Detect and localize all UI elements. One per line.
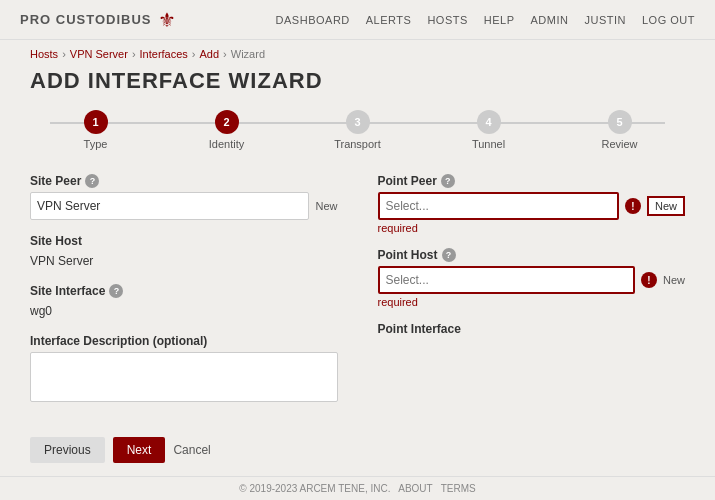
nav-help[interactable]: HELP — [484, 14, 515, 26]
form-left-col: Site Peer ? New Site Host VPN Server Sit… — [30, 174, 338, 419]
interface-description-input[interactable] — [30, 352, 338, 402]
step-circle-5: 5 — [608, 110, 632, 134]
wizard-step-transport: 3 Transport — [292, 110, 423, 150]
footer-about[interactable]: ABOUT — [398, 483, 432, 494]
header-nav: DASHBOARD ALERTS HOSTS HELP ADMIN JUSTIN… — [276, 14, 695, 26]
site-interface-help-icon[interactable]: ? — [109, 284, 123, 298]
footer-terms[interactable]: TERMS — [441, 483, 476, 494]
point-host-required: required — [378, 296, 686, 308]
point-peer-required: required — [378, 222, 686, 234]
point-peer-label: Point Peer ? — [378, 174, 686, 188]
point-host-new-button[interactable]: New — [663, 274, 685, 286]
breadcrumb: Hosts › VPN Server › Interfaces › Add › … — [0, 40, 715, 68]
site-peer-input-row: New — [30, 192, 338, 220]
header: PRO CUSTODIBUS ⚜ DASHBOARD ALERTS HOSTS … — [0, 0, 715, 40]
point-host-help-icon[interactable]: ? — [442, 248, 456, 262]
point-host-error-icon: ! — [641, 272, 657, 288]
point-host-label: Point Host ? — [378, 248, 686, 262]
breadcrumb-vpnserver[interactable]: VPN Server — [70, 48, 128, 60]
wizard-step-identity: 2 Identity — [161, 110, 292, 150]
logo-text: PRO CUSTODIBUS — [20, 12, 152, 27]
site-host-label: Site Host — [30, 234, 338, 248]
wizard-step-review: 5 Review — [554, 110, 685, 150]
point-peer-error-icon: ! — [625, 198, 641, 214]
logo-icon: ⚜ — [158, 8, 176, 32]
logo: PRO CUSTODIBUS ⚜ — [20, 8, 176, 32]
step-label-2: Identity — [209, 138, 244, 150]
site-peer-label: Site Peer ? — [30, 174, 338, 188]
breadcrumb-wizard: Wizard — [231, 48, 265, 60]
point-peer-new-button[interactable]: New — [647, 196, 685, 216]
breadcrumb-interfaces[interactable]: Interfaces — [140, 48, 188, 60]
next-button[interactable]: Next — [113, 437, 166, 463]
interface-description-label: Interface Description (optional) — [30, 334, 338, 348]
step-circle-4: 4 — [477, 110, 501, 134]
breadcrumb-add[interactable]: Add — [200, 48, 220, 60]
step-label-5: Review — [601, 138, 637, 150]
button-row: Previous Next Cancel — [30, 437, 685, 463]
wizard-steps: 1 Type 2 Identity 3 Transport 4 Tunnel 5… — [30, 110, 685, 150]
site-peer-new-button[interactable]: New — [315, 200, 337, 212]
cancel-button[interactable]: Cancel — [173, 437, 210, 463]
footer-copyright: © 2019-2023 ARCEM TENE, INC. — [239, 483, 390, 494]
nav-dashboard[interactable]: DASHBOARD — [276, 14, 350, 26]
interface-description-group: Interface Description (optional) — [30, 334, 338, 405]
wizard-step-tunnel: 4 Tunnel — [423, 110, 554, 150]
site-peer-help-icon[interactable]: ? — [85, 174, 99, 188]
site-interface-group: Site Interface ? wg0 — [30, 284, 338, 320]
page-title: ADD INTERFACE WIZARD — [30, 68, 685, 94]
step-label-3: Transport — [334, 138, 381, 150]
site-peer-input[interactable] — [30, 192, 309, 220]
point-peer-group: Point Peer ? ! New required — [378, 174, 686, 234]
footer: © 2019-2023 ARCEM TENE, INC. ABOUT TERMS — [0, 476, 715, 500]
point-peer-input-row: ! New — [378, 192, 686, 220]
step-circle-2: 2 — [215, 110, 239, 134]
site-peer-group: Site Peer ? New — [30, 174, 338, 220]
nav-hosts[interactable]: HOSTS — [427, 14, 467, 26]
point-peer-help-icon[interactable]: ? — [441, 174, 455, 188]
site-host-group: Site Host VPN Server — [30, 234, 338, 270]
point-host-input[interactable] — [378, 266, 635, 294]
site-interface-value: wg0 — [30, 302, 338, 320]
form-columns: Site Peer ? New Site Host VPN Server Sit… — [30, 174, 685, 419]
breadcrumb-hosts[interactable]: Hosts — [30, 48, 58, 60]
point-interface-group: Point Interface — [378, 322, 686, 336]
point-host-group: Point Host ? ! New required — [378, 248, 686, 308]
form-right-col: Point Peer ? ! New required Point Host ? — [378, 174, 686, 419]
step-circle-1: 1 — [84, 110, 108, 134]
site-host-value: VPN Server — [30, 252, 338, 270]
nav-justin[interactable]: JUSTIN — [584, 14, 626, 26]
step-circle-3: 3 — [346, 110, 370, 134]
nav-alerts[interactable]: ALERTS — [366, 14, 412, 26]
nav-admin[interactable]: ADMIN — [531, 14, 569, 26]
site-interface-label: Site Interface ? — [30, 284, 338, 298]
point-host-input-row: ! New — [378, 266, 686, 294]
wizard-step-type: 1 Type — [30, 110, 161, 150]
point-interface-label: Point Interface — [378, 322, 686, 336]
main-content: ADD INTERFACE WIZARD 1 Type 2 Identity 3… — [0, 68, 715, 476]
step-label-4: Tunnel — [472, 138, 505, 150]
previous-button[interactable]: Previous — [30, 437, 105, 463]
step-label-1: Type — [84, 138, 108, 150]
nav-logout[interactable]: LOG OUT — [642, 14, 695, 26]
point-peer-input[interactable] — [378, 192, 619, 220]
